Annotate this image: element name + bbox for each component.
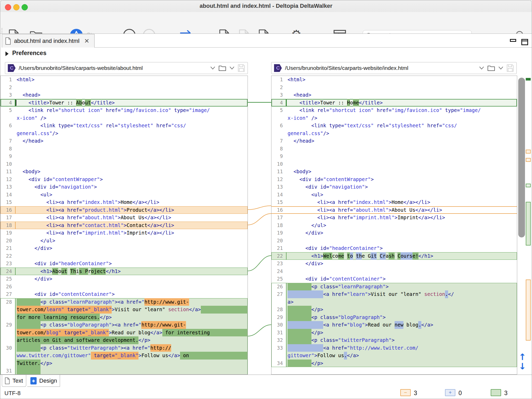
- code-row[interactable]: 26 <p class="learnParagraph">: [271, 283, 517, 291]
- code-row[interactable]: x-icon" />: [271, 114, 517, 122]
- code-row[interactable]: 17 <li><a href="about.html">About Us</a>…: [1, 214, 248, 222]
- code-row[interactable]: 22: [1, 252, 248, 260]
- code-row[interactable]: 4 <title>Tower :: Home</title>: [271, 99, 517, 107]
- code-row[interactable]: 23 </div>: [271, 260, 517, 268]
- code-row[interactable]: 9: [271, 152, 517, 160]
- code-row[interactable]: 4 <title>Tower :: About</title>: [1, 99, 248, 107]
- code-row[interactable]: 15 <li><a href="index.html">Home</a></li…: [271, 198, 517, 206]
- overview-marker-change[interactable]: [526, 184, 531, 187]
- code-row[interactable]: 5 <link rel="shortcut icon" href="img/fa…: [1, 107, 248, 114]
- right-file-path-field[interactable]: C /Users/brunobrito/Sites/carparts-websi…: [271, 62, 517, 74]
- code-row[interactable]: 19 <li><a href="imprint.html">Imprint</a…: [1, 229, 248, 237]
- tab-text-view[interactable]: Text: [2, 375, 26, 387]
- code-row[interactable]: 12 <div id="contentWrapper">: [271, 176, 517, 183]
- code-row[interactable]: 20: [271, 237, 517, 245]
- code-row[interactable]: 21 <div id="headerContainer">: [271, 244, 517, 252]
- code-row[interactable]: 29 <p class="blogParagraph"><a href="htt…: [1, 321, 248, 329]
- code-row[interactable]: 16 <li><a href="about.html">About Us</a>…: [271, 206, 517, 214]
- code-row[interactable]: 11 <body>: [271, 168, 517, 176]
- code-row[interactable]: 1<html>: [271, 76, 517, 84]
- code-row[interactable]: 10: [271, 160, 517, 168]
- previous-change-arrow-icon[interactable]: ↑: [519, 353, 526, 361]
- overview-marker-change-block[interactable]: [526, 202, 531, 245]
- code-row[interactable]: 11 <body>: [1, 168, 248, 176]
- code-row[interactable]: 31 </p>: [271, 329, 517, 337]
- code-row[interactable]: 3 <head>: [271, 91, 517, 99]
- code-row[interactable]: gittower">Follow us.</a>: [271, 352, 517, 360]
- code-row[interactable]: 13 <div id="navigation">: [1, 183, 248, 191]
- code-row[interactable]: 23 <div id="headerContainer">: [1, 260, 248, 268]
- overview-marker-deletion[interactable]: [526, 150, 531, 154]
- right-code-pane[interactable]: 1<html>23 <head>4 <title>Tower :: Home</…: [271, 76, 517, 375]
- code-row[interactable]: 31: [1, 367, 248, 375]
- code-row[interactable]: 29 <p class="blogParagraph">: [271, 314, 517, 321]
- code-row[interactable]: 6 <link type="text/css" rel="stylesheet"…: [271, 122, 517, 130]
- chevron-down-icon[interactable]: [210, 66, 216, 70]
- disclosure-triangle-icon[interactable]: [5, 51, 9, 56]
- code-row[interactable]: x-icon" />: [1, 114, 248, 122]
- code-row[interactable]: 7 </head>: [271, 137, 517, 145]
- code-row[interactable]: 22 <h1>Welcome to the Git Crash Course!<…: [271, 252, 517, 260]
- code-row[interactable]: 3 <head>: [1, 91, 248, 99]
- code-row[interactable]: 26: [1, 283, 248, 291]
- code-row[interactable]: 30 <p class="twitterParagraph"><a href="…: [1, 344, 248, 352]
- code-row[interactable]: for more learning resources.</p>: [1, 314, 248, 321]
- code-row[interactable]: 12 <div id="contentWrapper">: [1, 176, 248, 183]
- code-row[interactable]: 18 <li><a href="contact.html">Contact</a…: [1, 222, 248, 229]
- code-row[interactable]: 18 </ul>: [271, 222, 517, 229]
- code-row[interactable]: 27 <a href="learn">Visit our "learn" sec…: [271, 290, 517, 298]
- code-row[interactable]: 15 <li><a href="index.html">Home</a></li…: [1, 198, 248, 206]
- code-row[interactable]: 30 <a href="blog">Read our new blog.</a>: [271, 321, 517, 329]
- folder-icon[interactable]: [487, 65, 495, 71]
- code-row[interactable]: 21 </div>: [1, 244, 248, 252]
- preferences-label[interactable]: Preferences: [12, 50, 46, 57]
- vertical-scrollbar-thumb[interactable]: [518, 78, 525, 237]
- code-row[interactable]: 8: [271, 145, 517, 153]
- code-row[interactable]: 8: [1, 145, 248, 153]
- code-row[interactable]: general.css"/>: [1, 130, 248, 137]
- chevron-down-icon[interactable]: [478, 66, 485, 70]
- tab-design-view[interactable]: ◈ Design: [27, 375, 60, 387]
- left-file-path-field[interactable]: C /Users/brunobrito/Sites/carparts-websi…: [5, 62, 248, 74]
- code-row[interactable]: 28 <p class="learnParagraph"><a href="ht…: [1, 298, 248, 306]
- overview-marker-deletion[interactable]: [526, 158, 531, 162]
- code-row[interactable]: 28 </p>: [271, 306, 517, 314]
- code-row[interactable]: general.css"/>: [271, 130, 517, 137]
- code-row[interactable]: tower.com/learn" target="_blank">Visit o…: [1, 306, 248, 314]
- code-row[interactable]: 20 </ul>: [1, 237, 248, 245]
- code-row[interactable]: 2: [1, 84, 248, 91]
- overview-marker-current-block[interactable]: [526, 280, 531, 341]
- close-tab-icon[interactable]: ✕: [84, 37, 89, 45]
- code-row[interactable]: 13 <div id="navigation">: [271, 183, 517, 191]
- code-row[interactable]: 34 </p>: [271, 360, 517, 367]
- maximize-view-icon[interactable]: [521, 39, 528, 45]
- code-row[interactable]: 6 <link type="text/css" rel="stylesheet"…: [1, 122, 248, 130]
- code-row[interactable]: 1<html>: [1, 76, 248, 84]
- code-row[interactable]: 32 <p class="twitterParagraph">: [271, 336, 517, 344]
- chevron-down-icon[interactable]: [498, 66, 504, 70]
- left-code-pane[interactable]: 1<html>23 <head>4 <title>Tower :: About<…: [0, 76, 248, 375]
- code-row[interactable]: 24: [271, 268, 517, 275]
- minimize-view-icon[interactable]: [510, 39, 516, 42]
- code-row[interactable]: 33 <a href="http://www.twitter.com/: [271, 344, 517, 352]
- code-row[interactable]: 9: [1, 152, 248, 160]
- code-row[interactable]: 25 </div>: [1, 275, 248, 283]
- code-row[interactable]: 19 </div>: [271, 229, 517, 237]
- code-row[interactable]: 5 <link rel="shortcut icon" href="img/fa…: [271, 107, 517, 114]
- next-change-arrow-icon[interactable]: ↓: [519, 362, 526, 370]
- code-row[interactable]: 25 <div id="contentContainer">: [271, 275, 517, 283]
- code-row[interactable]: 10: [1, 160, 248, 168]
- code-row[interactable]: 24 <h1>About This Project</h1>: [1, 268, 248, 275]
- code-row[interactable]: 14 <ul>: [1, 191, 248, 199]
- code-row[interactable]: articles on Git and software development…: [1, 336, 248, 344]
- code-row[interactable]: tower.com/blog" target="_blank">Read our…: [1, 329, 248, 337]
- code-row[interactable]: a>: [271, 298, 517, 306]
- chevron-down-icon[interactable]: [229, 66, 235, 70]
- code-row[interactable]: 7 </head>: [1, 137, 248, 145]
- overview-marker-change[interactable]: [526, 78, 531, 81]
- code-row[interactable]: 27 <div id="contentContainer">: [1, 290, 248, 298]
- code-row[interactable]: 16 <li><a href="product.html">Product</a…: [1, 206, 248, 214]
- tab-about-and-index[interactable]: about.html and index.html ✕: [2, 34, 95, 48]
- code-row[interactable]: 17 <li><a href="imprint.html">Imprint</a…: [271, 214, 517, 222]
- code-row[interactable]: 14 <ul>: [271, 191, 517, 199]
